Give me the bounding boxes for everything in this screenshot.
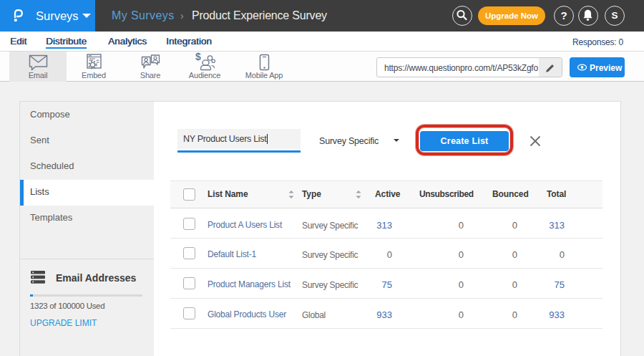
svg-text:$: $ bbox=[195, 52, 201, 62]
